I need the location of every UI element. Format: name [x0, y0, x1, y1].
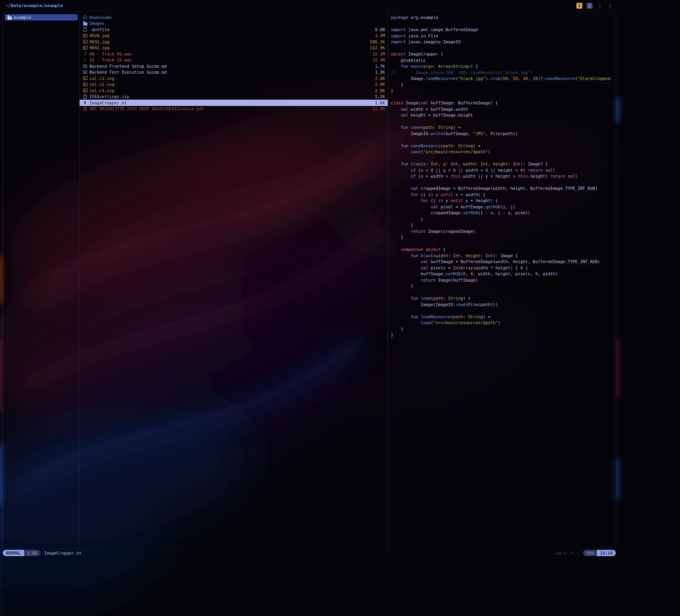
- preview-pane[interactable]: package org.example import java.awt.imag…: [388, 11, 616, 548]
- code-line: }: [391, 88, 616, 94]
- file-name: cal-c1.svg: [89, 76, 372, 81]
- code-line: fun save(path: String) =: [391, 124, 616, 131]
- file-name: 09 - Track 09.wav: [89, 52, 369, 56]
- file-icon: [82, 27, 88, 32]
- image-icon: [82, 76, 88, 81]
- file-row[interactable]: 0028.jpg1.3M: [80, 33, 388, 39]
- code-line: val height = buffImage.height: [391, 112, 616, 119]
- top-bar: ~/Data/example/example 1123: [3, 0, 616, 11]
- code-line: croppedImage.setRGB(i - x, j - y, pixel): [391, 210, 616, 216]
- mode-indicator: NORMAL: [3, 550, 24, 556]
- code-line: for (j in y until y + height) {: [391, 198, 616, 204]
- file-row[interactable]: SBI_0032013739_2023_DE05_0003155631Invoi…: [80, 106, 388, 112]
- tab-1[interactable]: 1: [587, 3, 593, 9]
- parent-pane: example: [3, 11, 80, 548]
- file-size: 1.3K: [375, 70, 385, 74]
- file-row[interactable]: 0042.jpg212.9K: [80, 45, 388, 51]
- file-row[interactable]: Backend_Test_Execution_Guide.md1.3K: [80, 69, 388, 76]
- cwd-path: ~/Data/example/example: [6, 3, 63, 8]
- code-line: package org.example: [391, 15, 616, 21]
- code-line: fun loadResource(path: String) =: [391, 314, 616, 320]
- code-line: return Image(buffImage): [391, 277, 616, 284]
- code-line: return Image(croppedImage): [391, 228, 616, 235]
- code-line: [391, 119, 616, 125]
- file-row[interactable]: 15 - Track 15.wav15.3M: [80, 57, 388, 63]
- code-line: import java.io.File: [391, 33, 616, 39]
- code-line: import javax.imageio.ImageIO: [391, 39, 616, 45]
- file-row[interactable]: cal-c1.svg2.9K: [80, 75, 388, 82]
- code-line: val croppedImage = BufferedImage(width, …: [391, 186, 616, 192]
- code-line: Image.loadResource("black.jpg").crop(50,…: [391, 76, 616, 82]
- code-line: [391, 45, 616, 52]
- file-size: 586.3K: [370, 39, 385, 44]
- archive-icon: [82, 94, 88, 99]
- code-line: [391, 289, 616, 296]
- code-line: fun saveResource(path: String) =: [391, 143, 616, 149]
- file-row[interactable]: cal-c3.svg2.9K: [80, 87, 388, 94]
- file-size: 1.3M: [375, 33, 385, 38]
- code-line: fun crop(x: Int, y: Int, width: Int, hei…: [391, 161, 616, 167]
- file-row[interactable]: IDEAsettings.zip5.2K: [80, 94, 388, 100]
- folder-icon: [82, 20, 88, 26]
- file-name: Backend_Test_Execution_Guide.md: [89, 70, 372, 74]
- file-size: 2.9K: [375, 82, 385, 87]
- file-row[interactable]: Downloads: [80, 14, 388, 20]
- code-line: }: [391, 234, 616, 241]
- code-line: val width = buffImage.width: [391, 106, 616, 113]
- code-line: for (i in x until x + width) {: [391, 192, 616, 198]
- file-row[interactable]: ImageCropper.kt1.6K: [80, 100, 388, 106]
- code-line: ImageIO.write(buffImage, "JPG", File(pat…: [391, 131, 616, 137]
- tab-2[interactable]: 2: [597, 3, 603, 9]
- file-size: 12.5K: [372, 106, 385, 111]
- image-icon: [82, 39, 88, 45]
- file-row[interactable]: 09 - Track 09.wav15.3M: [80, 51, 388, 57]
- file-size: 0.0B: [375, 27, 385, 32]
- image-icon: [82, 33, 88, 38]
- code-line: fun load(path: String) =: [391, 295, 616, 302]
- code-line: [391, 137, 616, 143]
- code-line: }: [391, 222, 616, 228]
- code-line: }: [391, 332, 616, 338]
- file-row[interactable]: 0031.jpg586.3K: [80, 39, 388, 45]
- file-name: 0031.jpg: [89, 39, 367, 44]
- tab-bar: 1123: [576, 3, 613, 9]
- file-size: 2.9K: [375, 76, 385, 81]
- code-line: [391, 94, 616, 100]
- file-row[interactable]: cal-c2.svg2.9K: [80, 82, 388, 88]
- file-permissions: -rw-r--r--: [554, 551, 578, 555]
- code-preview: package org.example import java.awt.imag…: [391, 15, 616, 338]
- file-row[interactable]: .dotfile0.0B: [80, 26, 388, 33]
- file-name: cal-c2.svg: [89, 82, 372, 87]
- file-row[interactable]: Images: [80, 20, 388, 27]
- code-line: }: [391, 283, 616, 289]
- file-name: SBI_0032013739_2023_DE05_0003155631Invoi…: [89, 106, 369, 111]
- status-filename: ImageCropper.kt: [44, 551, 82, 555]
- file-name: 15 - Track 15.wav: [89, 58, 369, 62]
- code-line: [391, 180, 616, 186]
- image-icon: [82, 88, 88, 93]
- code-line: if (x + width > this.width || y + height…: [391, 173, 616, 180]
- file-name: ImageCropper.kt: [89, 100, 372, 105]
- file-list-pane: DownloadsImages.dotfile0.0B0028.jpg1.3M0…: [80, 11, 388, 548]
- pdf-icon: [82, 106, 88, 111]
- kotlin-icon: [82, 100, 88, 106]
- code-line: fun main(args: Array<String>) {: [391, 63, 616, 70]
- file-size: 15.3M: [372, 58, 385, 62]
- markdown-icon: [82, 69, 88, 75]
- code-line: class Image(val buffImage: BufferedImage…: [391, 100, 616, 106]
- tab-3[interactable]: 3: [607, 3, 613, 9]
- audio-icon: [82, 57, 88, 63]
- audio-icon: [82, 51, 88, 57]
- code-line: }: [391, 216, 616, 223]
- tab-active-indicator[interactable]: 1: [576, 3, 582, 9]
- status-bar: NORMAL 1.6K ImageCropper.kt -rw-r--r-- 9…: [3, 549, 616, 557]
- file-name: 0042.jpg: [89, 45, 367, 50]
- code-line: fun black(width: Int, height: Int): Imag…: [391, 253, 616, 259]
- file-row[interactable]: Backend_Frontend_Setup_Guide.md1.7K: [80, 63, 388, 69]
- file-name: Images: [89, 21, 382, 26]
- file-name: Downloads: [89, 15, 382, 20]
- parent-dir-item[interactable]: example: [5, 14, 78, 20]
- file-size: 1.7K: [375, 64, 385, 69]
- file-name: cal-c3.svg: [89, 88, 372, 93]
- code-line: buffImage.setRGB(0, 0, width, height, pi…: [391, 271, 616, 277]
